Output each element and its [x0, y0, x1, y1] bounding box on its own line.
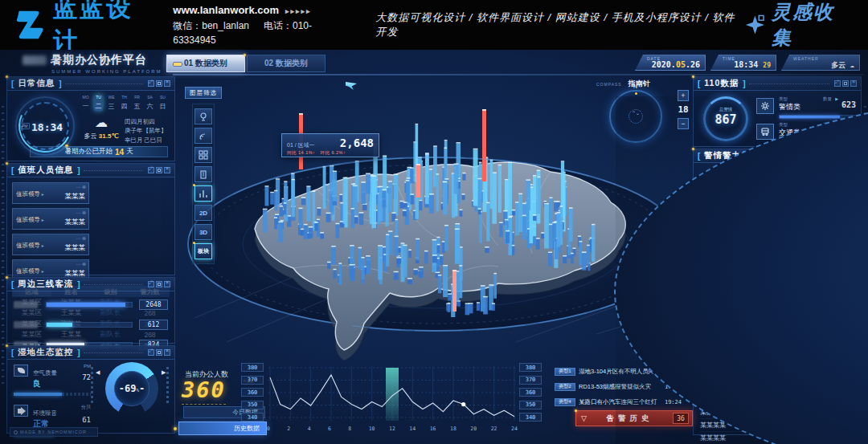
tooltip-region: 01 / 区域一 [287, 141, 315, 149]
office-line-chart [267, 365, 518, 427]
history-data-button[interactable]: 历史数据 [178, 422, 267, 435]
close-icon[interactable] [164, 281, 170, 287]
x-tick: 12 [389, 426, 395, 432]
layer-light-button[interactable] [194, 108, 212, 124]
gauge-slider-right[interactable] [166, 367, 169, 404]
warning-triangle-icon: ▽ [581, 414, 587, 422]
website-link[interactable]: www.lanlanwork.com [173, 4, 279, 16]
date-value: 2020.05.26 [647, 60, 700, 69]
lunar-calendar: 闰四月初四庚子年【鼠年】辛巳月 己巳日 [125, 117, 167, 145]
duty-leader-card[interactable]: 值班领导⋯ ⊗某某某 [12, 182, 89, 204]
tab-icon [173, 62, 182, 67]
alert-item[interactable]: 类型4某路口有小汽车连闯三个红灯19:24 [555, 396, 682, 408]
tab-data-category-2[interactable]: 02 数据类别 [247, 55, 326, 72]
x-tick: 14 [409, 426, 416, 432]
compass-crosshair: ⌃⌄ [628, 109, 643, 124]
alarm-type-item: 类型警情类 ▶数量623 [756, 96, 856, 120]
y-tick-box: 360 [241, 388, 264, 397]
x-tick: 0 [267, 426, 270, 432]
redacted-label [14, 321, 38, 328]
layer-signal-button[interactable] [194, 128, 212, 144]
lanlan-logo-icon [13, 7, 47, 43]
y-tick-box: 340 [519, 413, 542, 422]
expand-icon[interactable] [156, 167, 162, 173]
signal-icon [199, 131, 208, 141]
compass-label-en: COMPASS [596, 82, 622, 87]
triangle-right-icon[interactable]: ▶ [162, 369, 166, 376]
inspiration-collection[interactable]: 灵感收集 [743, 0, 852, 51]
inspiration-icon [743, 13, 767, 37]
expand-icon[interactable] [156, 281, 162, 287]
minimize-icon[interactable] [148, 281, 154, 287]
zoom-level: 18 [677, 104, 690, 115]
minimize-icon[interactable] [834, 80, 841, 87]
compass-widget: COMPASS指南针 N ⌃⌄ + 18 − [596, 79, 701, 156]
time-value: 18:34 29 [723, 60, 771, 69]
layer-grid-button[interactable] [194, 147, 212, 163]
duty-leader-card[interactable]: 值班领导⋯ ⊗某某某 [12, 234, 89, 255]
minimize-icon[interactable] [148, 349, 154, 356]
wechat-label: 微信：ben_lanlan [173, 20, 249, 31]
panel-eco-monitor: [湿地生态监控] 空气质量良 PM72 环境噪音正常 分贝61 ◀ -69% [6, 345, 175, 434]
page: 蓝蓝设计 www.lanlanwork.com▸▸▸▸▸ 微信：ben_lanl… [0, 0, 868, 444]
redacted-label [14, 301, 38, 308]
map-tooltip: 01 / 区域一2,648 同比 14.1%↑ 环比 6.2%↑ [281, 133, 379, 157]
close-icon[interactable] [164, 80, 170, 87]
layer-filter-title: 图层筛选 [185, 87, 222, 99]
y-tick-box: 380 [519, 363, 542, 372]
flow-bar-row: 612 [14, 317, 168, 332]
close-icon[interactable] [164, 349, 170, 356]
expand-icon[interactable] [156, 349, 162, 356]
divider-line [173, 74, 864, 75]
y-tick-box: 350 [519, 401, 542, 409]
compass-rose[interactable]: N ⌃⌄ [609, 90, 662, 143]
gauge-slider-left[interactable] [91, 367, 93, 404]
arrows-decoration: ▸▸▸▸▸ [285, 7, 312, 15]
expand-icon[interactable] [156, 80, 162, 87]
alarm-history-count: 36 [673, 413, 689, 424]
app-title-plate: 暑期办公协作平台 SUMMER WORKING PLATFORM [23, 53, 175, 77]
x-tick: 22 [491, 426, 497, 432]
weather-plate: WEATHER 多云 ☁ [781, 55, 860, 71]
y-tick-box: 380 [241, 363, 264, 372]
tab-data-category-1[interactable]: 01 数据类别 [166, 55, 245, 72]
panel-title: 日常信息 [18, 78, 55, 89]
total-gauge: 总警情 867 [703, 96, 748, 141]
alarm-history-banner[interactable]: ▽ 告警历史 36 [575, 410, 693, 426]
expand-icon[interactable] [842, 80, 849, 87]
cloud-icon: ☁ [95, 116, 108, 129]
layer-barchart-button[interactable] [194, 185, 212, 202]
layer-2d-button[interactable]: 2D [194, 205, 212, 221]
y-tick-box: 360 [519, 388, 542, 397]
close-icon[interactable] [164, 167, 170, 173]
page-subtitle: SUMMER WORKING PLATFORM [51, 69, 175, 74]
left-edge-ruler [2, 106, 4, 387]
x-tick: 20 [470, 426, 477, 432]
panel-daily-info: [日常信息] PM 18:34 MO一 TU二 WE三 TH四 FR五 SA六 … [6, 76, 175, 161]
minimize-icon[interactable] [148, 167, 154, 173]
inspiration-label: 灵感收集 [772, 0, 852, 51]
building-icon [199, 169, 208, 179]
bus-icon [756, 124, 774, 140]
weather-value: 多云 ☁ [793, 60, 854, 71]
date-plate: DATE 2020.05.26 [635, 55, 706, 71]
zoom-in-button[interactable]: + [678, 90, 689, 101]
layer-block-button[interactable]: 板块 [194, 243, 212, 259]
zoom-out-button[interactable]: − [678, 118, 689, 129]
x-tick: 10 [369, 426, 375, 432]
layer-building-button[interactable] [194, 166, 212, 182]
gear-icon [756, 98, 774, 114]
notice-banner: 暑期办公已开始14天 [30, 146, 168, 157]
duty-leader-card[interactable]: 值班领导⋯ ⊗某某某 [12, 208, 89, 230]
x-tick: 18 [450, 426, 457, 432]
minimize-icon[interactable] [148, 80, 154, 87]
layer-3d-button[interactable]: 3D [194, 224, 212, 240]
services-text: 大数据可视化设计 / 软件界面设计 / 网站建设 / 手机及小程序设计 / 软件… [375, 10, 743, 39]
close-icon[interactable] [850, 80, 857, 87]
panel-duty-personnel: [值班人员信息] 值班领导⋯ ⊗某某某 值班领导⋯ ⊗某某某 值班领导⋯ ⊗某某… [6, 163, 175, 275]
contact-block: www.lanlanwork.com▸▸▸▸▸ 微信：ben_lanlan电话：… [173, 2, 348, 47]
made-by-strip: MADE BY NEHOMMICOR [10, 427, 98, 437]
triangle-left-icon[interactable]: ◀ [96, 369, 100, 376]
clock-time: 18:34 [31, 121, 63, 133]
grid-icon [199, 150, 208, 160]
